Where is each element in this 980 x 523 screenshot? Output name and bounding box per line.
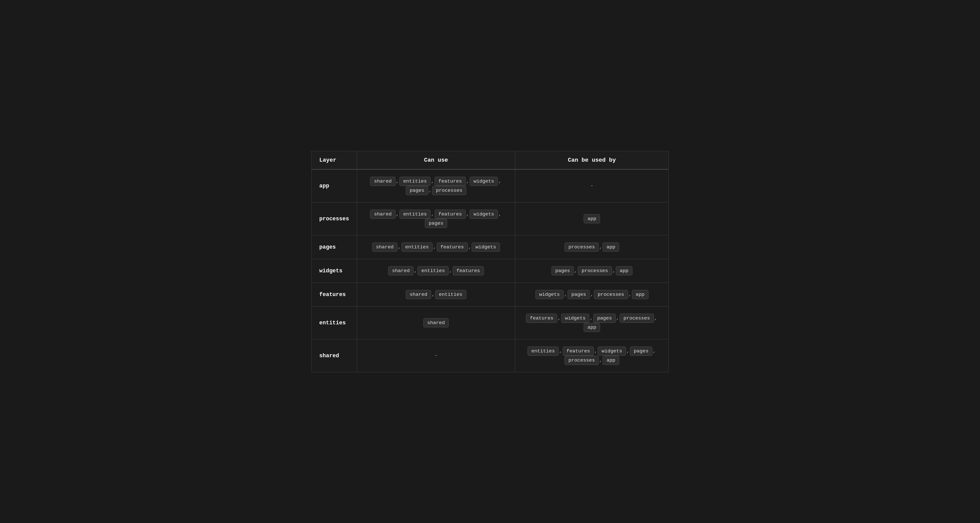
tag-item: shared,	[388, 266, 417, 276]
table-cell: shared,entities,features,widgets	[357, 235, 515, 259]
tag: shared	[372, 242, 397, 252]
tag-item: features,	[434, 177, 470, 186]
tag-separator: ,	[616, 315, 619, 321]
tag-item: widgets,	[598, 347, 630, 356]
tag-item: pages,	[568, 290, 594, 299]
tags-container: shared,entities,features,widgets	[365, 242, 508, 252]
table-cell: features,widgets,pages,processes,app	[515, 306, 668, 339]
tag-item: app	[584, 214, 600, 223]
tag-separator: ,	[590, 315, 593, 321]
table-row: processesshared,entities,features,widget…	[312, 202, 668, 235]
tag: entities	[399, 177, 431, 186]
tag-item: shared,	[406, 290, 435, 299]
tag: widgets	[469, 209, 498, 219]
table-cell: entities,features,widgets,pages,processe…	[515, 339, 668, 372]
tag: features	[453, 266, 484, 276]
tag: widgets	[598, 347, 626, 356]
tag-item: app	[603, 356, 619, 365]
tags-container: shared,entities,features,widgets,pages	[365, 209, 508, 228]
tag-item: entities,	[399, 177, 434, 186]
tags-container: features,widgets,pages,processes,app	[523, 314, 661, 332]
tag: widgets	[561, 314, 590, 323]
tag-separator: ,	[599, 244, 602, 250]
table-cell: shared,entities,features	[357, 259, 515, 282]
tag-item: app	[584, 323, 600, 332]
tag-separator: ,	[398, 244, 401, 250]
tag: processes	[578, 266, 612, 276]
tag: app	[584, 214, 600, 223]
tag: pages	[425, 219, 447, 228]
tag-separator: ,	[594, 348, 597, 354]
tag: app	[603, 242, 619, 252]
tag: app	[632, 290, 649, 299]
layer-name: processes	[312, 202, 357, 235]
tag-separator: ,	[574, 268, 577, 274]
tag-separator: ,	[433, 244, 436, 250]
layer-name: pages	[312, 235, 357, 259]
tag-separator: ,	[498, 179, 501, 184]
table-cell: widgets,pages,processes,app	[515, 282, 668, 306]
tag-item: entities	[435, 290, 466, 299]
tag-item: features	[453, 266, 484, 276]
tags-container: shared,entities,features,widgets,pages,p…	[365, 177, 508, 195]
tag-item: shared	[423, 318, 449, 327]
tag-item: entities,	[399, 209, 434, 219]
tags-container: shared,entities	[365, 290, 508, 299]
tag: shared	[370, 209, 395, 219]
tag-separator: ,	[590, 292, 593, 297]
tag-separator: ,	[431, 211, 434, 217]
tag-separator: ,	[559, 348, 562, 354]
header-can-use: Can use	[357, 151, 515, 169]
tag: shared	[388, 266, 414, 276]
tag-item: pages,	[593, 314, 620, 323]
table-cell: pages,processes,app	[515, 259, 668, 282]
tag-separator: ,	[431, 292, 434, 297]
tag: entities	[528, 347, 558, 356]
tag-item: processes	[432, 186, 466, 195]
tags-container: pages,processes,app	[523, 266, 661, 276]
table-cell: shared,entities,features,widgets,pages,p…	[357, 169, 515, 203]
table-cell: shared,entities,features,widgets,pages	[357, 202, 515, 235]
tag-separator: ,	[468, 244, 471, 250]
table-row: appshared,entities,features,widgets,page…	[312, 169, 668, 203]
tag-item: entities,	[401, 242, 437, 252]
tag: shared	[370, 177, 395, 186]
cell-plain-text: -	[434, 353, 438, 358]
tag-item: pages,	[630, 347, 656, 356]
tag: pages	[552, 266, 574, 276]
tag-item: features,	[437, 242, 472, 252]
tag: processes	[565, 356, 599, 365]
tag-separator: ,	[396, 211, 399, 217]
tag: widgets	[535, 290, 564, 299]
tag: pages	[406, 186, 428, 195]
tag-item: widgets	[472, 242, 500, 252]
tag: shared	[406, 290, 431, 299]
tag: pages	[568, 290, 590, 299]
layer-name: features	[312, 282, 357, 306]
tag: processes	[565, 242, 599, 252]
tag-separator: ,	[414, 268, 417, 274]
tag: app	[584, 323, 600, 332]
tag-item: shared,	[372, 242, 401, 252]
tag: entities	[401, 242, 433, 252]
tag-separator: ,	[558, 315, 561, 321]
tag-separator: ,	[466, 211, 469, 217]
tags-container: shared,entities,features	[365, 266, 508, 276]
tag-item: pages,	[552, 266, 578, 276]
tag-separator: ,	[466, 179, 469, 184]
table-cell: shared,entities	[357, 282, 515, 306]
table-cell: -	[357, 339, 515, 372]
tag: processes	[432, 186, 466, 195]
tag: widgets	[472, 242, 500, 252]
tag-separator: ,	[628, 292, 632, 297]
table-cell: app	[515, 202, 668, 235]
tag-separator: ,	[429, 188, 432, 193]
header-can-be-used-by: Can be used by	[515, 151, 668, 169]
tag-separator: ,	[564, 292, 567, 297]
tag-item: shared,	[370, 177, 399, 186]
table-row: entitiessharedfeatures,widgets,pages,pro…	[312, 306, 668, 339]
tag-separator: ,	[654, 315, 657, 321]
tag: processes	[594, 290, 628, 299]
layer-name: shared	[312, 339, 357, 372]
tag-item: processes,	[578, 266, 616, 276]
